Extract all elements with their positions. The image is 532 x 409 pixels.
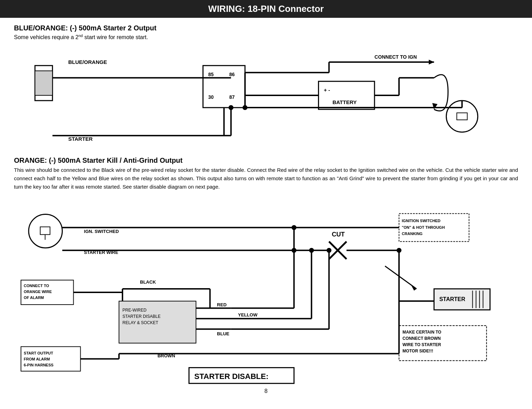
- page-title: WIRING: 18-PIN Connector: [0, 0, 532, 18]
- section1-subtext: Some vehicles require a 2nd start wire f…: [14, 34, 518, 41]
- svg-text:ORANGE WIRE: ORANGE WIRE: [24, 290, 52, 294]
- svg-text:RED: RED: [217, 302, 227, 307]
- svg-text:STARTER: STARTER: [439, 296, 465, 302]
- svg-text:BATTERY: BATTERY: [333, 99, 357, 105]
- svg-text:CONNECT TO  IGN: CONNECT TO IGN: [375, 54, 417, 60]
- svg-point-26: [229, 105, 234, 110]
- svg-text:87: 87: [229, 94, 235, 100]
- blue-orange-label: BLUE/ORANGE: [68, 59, 107, 65]
- svg-text:CUT: CUT: [332, 231, 345, 238]
- bottom-diagram: IGN. SWITCHED IGNITION SWITCHED "ON" & H…: [14, 195, 518, 387]
- svg-text:BLUE: BLUE: [217, 331, 230, 337]
- svg-text:"ON" & HOT THROUGH: "ON" & HOT THROUGH: [402, 225, 445, 229]
- subtext-before: Some vehicles require a 2: [14, 34, 79, 40]
- svg-text:CONNECT TO: CONNECT TO: [24, 284, 49, 288]
- svg-rect-33: [40, 227, 50, 235]
- svg-text:STARTER DISABLE:: STARTER DISABLE:: [194, 372, 268, 381]
- svg-text:MOTOR SIDE!!!: MOTOR SIDE!!!: [402, 349, 433, 354]
- section2-header: ORANGE: (-) 500mA Starter Kill / Anti-Gr…: [14, 156, 518, 165]
- svg-text:BLACK: BLACK: [140, 279, 156, 285]
- svg-text:PRE-WIRED: PRE-WIRED: [123, 308, 147, 313]
- section1-header: BLUE/ORANGE: (-) 500mA Starter 2 Output: [14, 24, 518, 32]
- content-area: BLUE/ORANGE: (-) 500mA Starter 2 Output …: [0, 18, 532, 398]
- svg-text:86: 86: [229, 72, 235, 77]
- svg-text:MAKE CERTAIN TO: MAKE CERTAIN TO: [402, 330, 441, 335]
- superscript: nd: [79, 34, 83, 38]
- svg-text:CONNECT BROWN: CONNECT BROWN: [402, 336, 441, 341]
- top-diagram-svg: BLUE/ORANGE 85 86 30 87: [14, 45, 518, 153]
- subtext-after: start wire for remote start.: [83, 34, 148, 40]
- bottom-diagram-svg: IGN. SWITCHED IGNITION SWITCHED "ON" & H…: [14, 195, 518, 387]
- svg-text:RELAY & SOCKET: RELAY & SOCKET: [123, 321, 158, 326]
- svg-marker-11: [429, 60, 434, 65]
- svg-text:STARTER DISABLE: STARTER DISABLE: [123, 314, 161, 319]
- page-wrapper: WIRING: 18-PIN Connector BLUE/ORANGE: (-…: [0, 0, 532, 409]
- section2-header-text: ORANGE: (-) 500mA Starter Kill / Anti-Gr…: [14, 156, 183, 164]
- page-number: 8: [14, 388, 518, 394]
- svg-text:6-PIN HARNESS: 6-PIN HARNESS: [24, 363, 53, 367]
- svg-rect-1: [35, 71, 52, 95]
- svg-marker-20: [432, 103, 437, 109]
- svg-text:STARTER: STARTER: [68, 136, 93, 142]
- section1-header-text: BLUE/ORANGE: (-) 500mA Starter 2 Output: [14, 24, 156, 32]
- svg-text:WIRE TO STARTER: WIRE TO STARTER: [402, 343, 441, 348]
- svg-rect-22: [457, 113, 467, 120]
- svg-point-79: [326, 248, 331, 253]
- svg-text:85: 85: [208, 72, 214, 77]
- section2-description: This wire should be connected to the Bla…: [14, 166, 518, 191]
- svg-text:OF ALARM: OF ALARM: [24, 295, 44, 300]
- svg-point-76: [309, 248, 314, 253]
- svg-point-32: [29, 214, 62, 248]
- svg-text:+         -: + -: [324, 87, 330, 93]
- svg-text:IGNITION SWITCHED: IGNITION SWITCHED: [402, 219, 441, 223]
- svg-text:FROM ALARM: FROM ALARM: [24, 357, 50, 361]
- title-text: WIRING: 18-PIN Connector: [208, 3, 324, 14]
- svg-line-95: [385, 266, 416, 289]
- top-diagram: BLUE/ORANGE 85 86 30 87: [14, 45, 518, 153]
- section2-desc-text: This wire should be connected to the Bla…: [14, 167, 518, 190]
- svg-text:START OUTPUT: START OUTPUT: [24, 351, 53, 355]
- svg-text:IGN. SWITCHED: IGN. SWITCHED: [84, 229, 119, 234]
- page-number-text: 8: [265, 388, 268, 394]
- svg-text:30: 30: [208, 94, 214, 100]
- svg-text:CRANKING: CRANKING: [402, 232, 422, 236]
- svg-text:YELLOW: YELLOW: [238, 313, 258, 318]
